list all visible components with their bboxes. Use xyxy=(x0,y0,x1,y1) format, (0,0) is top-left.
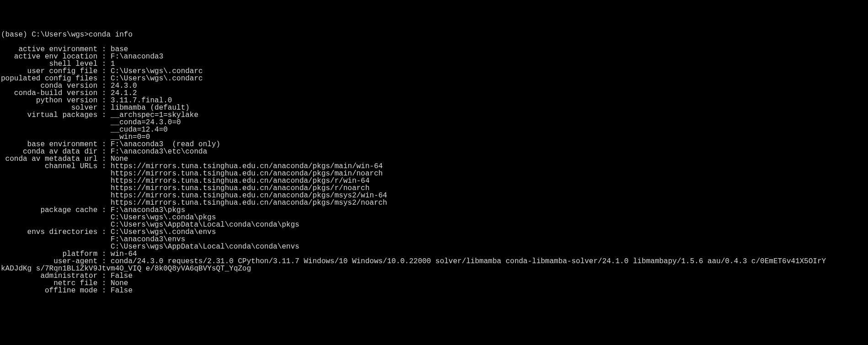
conda-info-fields-tail: administrator : False netrc file : None … xyxy=(1,272,133,295)
user-agent-line: user-agent : conda/24.3.0 requests/2.31.… xyxy=(1,257,826,273)
conda-info-fields: active environment : base active env loc… xyxy=(1,45,387,258)
prompt-line: (base) C:\Users\wgs>conda info xyxy=(1,31,133,39)
terminal-output[interactable]: (base) C:\Users\wgs>conda info active en… xyxy=(1,31,868,294)
